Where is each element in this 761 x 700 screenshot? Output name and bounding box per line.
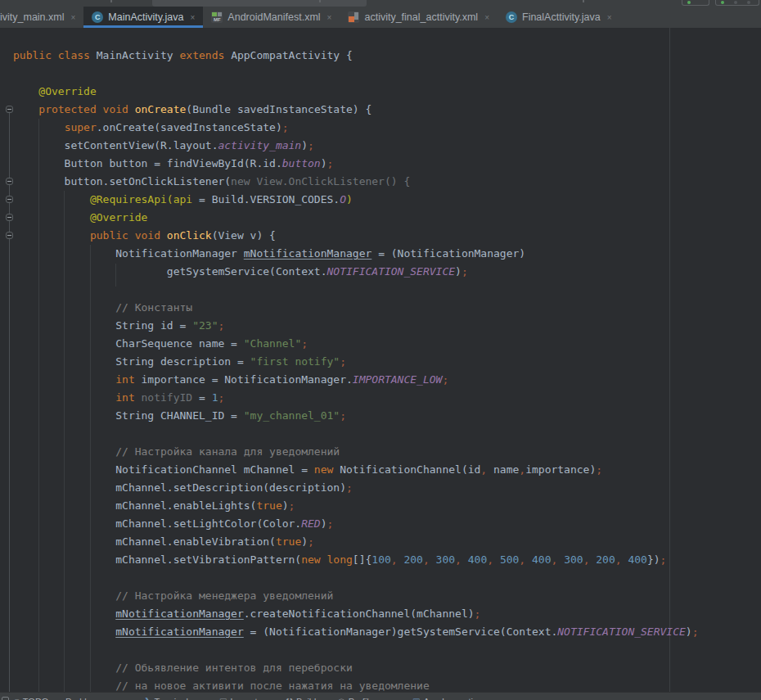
tab-label: MainActivity.java — [108, 11, 183, 23]
code-line: mChannel.enableVibration(true); — [0, 533, 761, 551]
statusbar-item-app-inspection[interactable]: ▣App Inspection — [412, 693, 483, 700]
java-class-icon: C — [506, 11, 517, 23]
statusbar-item-profiler-icon: ◉ — [338, 693, 345, 700]
java-class-icon: C — [92, 11, 103, 23]
code-line: @Override — [0, 83, 761, 101]
toolbar-icon-fragment — [110, 0, 112, 2]
code-line — [0, 65, 761, 83]
statusbar-item-todo[interactable]: ≡TODO — [15, 693, 48, 700]
code-line: String id = "23"; — [0, 317, 761, 335]
layout-xml-file-icon — [348, 11, 359, 23]
close-tab-icon[interactable]: × — [484, 13, 489, 22]
code-line: mChannel.setVibrationPattern(new long[]{… — [0, 551, 761, 569]
run-configuration-selector[interactable] — [152, 0, 367, 7]
tool-window-label: Profiler — [349, 697, 377, 700]
code-editor[interactable]: public class MainActivity extends AppCom… — [0, 28, 761, 692]
code-line: CharSequence name = "Channel"; — [0, 335, 761, 353]
code-line: public void onClick(View v) { — [0, 227, 761, 245]
statusbar-item-problems[interactable]: ●Problems — [57, 693, 104, 700]
tab-androidmanifest-xml[interactable]: MFAndroidManifest.xml× — [203, 7, 340, 28]
close-tab-icon[interactable]: × — [71, 13, 76, 22]
widget-dot-icon — [734, 1, 737, 4]
close-tab-icon[interactable]: × — [191, 13, 196, 22]
code-area: public class MainActivity extends AppCom… — [0, 47, 761, 692]
code-line — [0, 569, 761, 587]
tool-window-corner-icon[interactable] — [2, 697, 9, 700]
main-toolbar-strip — [0, 0, 761, 7]
fold-marker-icon[interactable] — [6, 232, 13, 239]
statusbar-item-build-icon: ⚒ — [286, 693, 293, 700]
code-line: public class MainActivity extends AppCom… — [0, 47, 761, 65]
tab-finalacttivity-java[interactable]: CFinalActtivity.java× — [498, 7, 619, 28]
fold-marker-icon[interactable] — [6, 178, 13, 185]
tool-window-label: Build — [296, 697, 316, 700]
device-online-icon — [721, 1, 724, 4]
statusbar-item-profiler[interactable]: ◉Profiler — [338, 693, 377, 700]
code-line: super.onCreate(savedInstanceState); — [0, 119, 761, 137]
code-line: mNotificationManager.createNotificationC… — [0, 605, 761, 623]
toolbar-icon-fragment — [319, 0, 321, 2]
tool-window-label: Terminal — [154, 697, 188, 700]
statusbar-item-terminal-icon: ❯ — [144, 693, 151, 700]
fold-marker-icon[interactable] — [6, 214, 13, 221]
close-tab-icon[interactable]: × — [607, 13, 612, 22]
code-line: // Константы — [0, 299, 761, 317]
code-line: mNotificationManager = (NotificationMana… — [0, 623, 761, 641]
android-studio-window: ivity_main.xml×CMainActivity.java×MFAndr… — [0, 0, 761, 700]
code-line: Button button = findViewById(R.id.button… — [0, 155, 761, 173]
tab-label: FinalActtivity.java — [522, 11, 601, 23]
editor-tab-bar: ivity_main.xml×CMainActivity.java×MFAndr… — [0, 7, 761, 28]
code-line: int importance = NotificationManager.IMP… — [0, 371, 761, 389]
code-line: int notifyID = 1; — [0, 389, 761, 407]
toolbar-icon-fragment — [583, 0, 584, 2]
fold-marker-icon[interactable] — [6, 196, 13, 203]
code-line: @RequiresApi(api = Build.VERSION_CODES.O… — [0, 191, 761, 209]
code-line: // Обьявление интентов для переброски — [0, 659, 761, 677]
code-line: button.setOnClickListener(new View.OnCli… — [0, 173, 761, 191]
tab-label: activity_final_acttivity.xml — [364, 11, 478, 23]
code-line — [0, 281, 761, 299]
code-line: String CHANNEL_ID = "my_channel_01"; — [0, 407, 761, 425]
statusbar-item-logcat-icon: ▤ — [219, 693, 227, 700]
tool-window-label: App Inspection — [423, 697, 483, 700]
code-line: mChannel.setDescription(description); — [0, 479, 761, 497]
code-line: getSystemService(Context.NOTIFICATION_SE… — [0, 263, 761, 281]
code-line: mChannel.enableLights(true); — [0, 497, 761, 515]
manifest-file-icon: MF — [211, 11, 223, 23]
tool-window-label: Problems — [65, 697, 103, 700]
statusbar-item-app-inspection-icon: ▣ — [412, 693, 420, 700]
code-line — [0, 425, 761, 443]
run-icon[interactable] — [687, 1, 691, 4]
run-widget[interactable] — [682, 0, 709, 6]
fold-marker-icon[interactable] — [6, 106, 13, 113]
code-line — [0, 641, 761, 659]
widget-dot-icon — [747, 1, 750, 4]
statusbar-item-todo-icon: ≡ — [15, 693, 20, 700]
code-line: // Настройка канала для уведомлений — [0, 443, 761, 461]
tool-window-label: TODO — [23, 697, 49, 700]
tab-activity-final-acttivity-xml[interactable]: activity_final_acttivity.xml× — [340, 7, 498, 28]
tab-label: ivity_main.xml — [0, 11, 65, 23]
statusbar-item-logcat[interactable]: ▤Logcat — [219, 693, 257, 700]
tool-window-bar: ≡TODO●Problems❯Terminal▤Logcat⚒Build◉Pro… — [0, 692, 761, 700]
tab-label: AndroidManifest.xml — [227, 11, 320, 23]
tab-mainactivity-java[interactable]: CMainActivity.java× — [83, 7, 203, 28]
code-line: mChannel.setLightColor(Color.RED); — [0, 515, 761, 533]
code-line: NotificationChannel mChannel = new Notif… — [0, 461, 761, 479]
tab-activity-main-xml[interactable]: ivity_main.xml× — [0, 7, 83, 28]
code-line: NotificationManager mNotificationManager… — [0, 245, 761, 263]
code-line: setContentView(R.layout.activity_main); — [0, 137, 761, 155]
close-tab-icon[interactable]: × — [327, 13, 332, 22]
statusbar-item-terminal[interactable]: ❯Terminal — [144, 693, 188, 700]
code-line: String description = "first notify"; — [0, 353, 761, 371]
code-line: protected void onCreate(Bundle savedInst… — [0, 101, 761, 119]
statusbar-item-problems-icon: ● — [57, 693, 62, 700]
code-line: // Настройка менеджера уведомлений — [0, 587, 761, 605]
device-widget[interactable] — [715, 0, 759, 6]
tool-window-label: Logcat — [230, 697, 257, 700]
statusbar-item-build[interactable]: ⚒Build — [286, 693, 316, 700]
code-line: // на новое активити после нажатия на ув… — [0, 677, 761, 692]
code-line: @Override — [0, 209, 761, 227]
